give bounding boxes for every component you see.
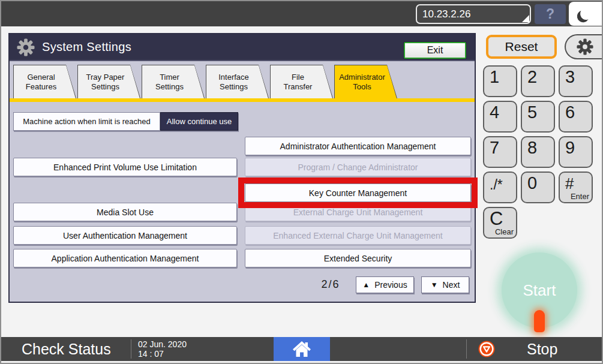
tab-tray-paper-settings[interactable]: Tray PaperSettings — [77, 65, 140, 98]
down-triangle-icon: ▼ — [431, 281, 438, 289]
reset-button[interactable]: Reset — [486, 35, 557, 59]
external-charge-unit-button[interactable]: External Charge Unit Management — [245, 203, 471, 221]
page-title: System Settings — [42, 40, 131, 54]
key-point-star[interactable]: ./* — [483, 172, 517, 203]
tab-administrator-tools[interactable]: AdministratorTools — [334, 65, 397, 98]
ip-address-value: 10.23.2.26 — [422, 8, 470, 20]
media-slot-use-button[interactable]: Media Slot Use — [13, 203, 237, 221]
stop-label: Stop — [527, 337, 557, 361]
administrator-authentication-button[interactable]: Administrator Authentication Management — [245, 137, 471, 155]
stop-icon[interactable] — [478, 341, 495, 357]
page-indicator: 2/6 — [313, 278, 349, 291]
numeric-keypad: 1 2 3 4 5 6 7 8 9 ./* 0 # Enter — [483, 65, 598, 203]
active-tab-strip — [10, 98, 475, 102]
system-settings-panel: System Settings Exit GeneralFeatures Tra… — [8, 33, 476, 303]
enhanced-external-charge-unit-button[interactable]: Enhanced External Charge Unit Management — [245, 226, 471, 245]
previous-button[interactable]: ▲ Previous — [356, 276, 414, 293]
check-status-button[interactable]: Check Status — [22, 337, 111, 361]
key-6[interactable]: 6 — [559, 101, 593, 133]
key-9[interactable]: 9 — [559, 136, 593, 168]
separator — [466, 339, 467, 359]
tab-interface-settings[interactable]: InterfaceSettings — [206, 65, 269, 98]
tools-button[interactable] — [565, 34, 603, 59]
key-0[interactable]: 0 — [521, 172, 555, 203]
extended-security-button[interactable]: Extended Security — [245, 249, 471, 267]
exit-button[interactable]: Exit — [404, 42, 466, 59]
key-4[interactable]: 4 — [483, 101, 517, 133]
start-label: Start — [523, 281, 556, 300]
top-status-bar: 10.23.2.26 ? — [1, 1, 602, 26]
application-authentication-button[interactable]: Application Authentication Management — [13, 249, 237, 267]
gear-icon — [577, 38, 593, 55]
enter-label: Enter — [571, 192, 589, 201]
ip-address-field[interactable]: 10.23.2.26 — [416, 4, 531, 24]
up-triangle-icon: ▲ — [362, 281, 370, 289]
energy-saver-button[interactable] — [569, 2, 603, 26]
separator — [131, 339, 131, 359]
question-mark-icon: ? — [546, 6, 554, 22]
date-time: 02 Jun. 2020 14 : 07 — [138, 339, 187, 359]
key-enter[interactable]: # Enter — [559, 172, 593, 203]
time-label: 14 : 07 — [138, 349, 187, 359]
panel-title-bar: System Settings Exit — [10, 34, 475, 61]
home-icon — [292, 340, 311, 358]
tab-timer-settings[interactable]: TimerSettings — [142, 65, 205, 98]
user-authentication-button[interactable]: User Authentication Management — [13, 226, 237, 245]
key-5[interactable]: 5 — [521, 101, 555, 133]
key-7[interactable]: 7 — [483, 136, 517, 168]
next-button[interactable]: ▼ Next — [421, 276, 469, 293]
key-1[interactable]: 1 — [483, 65, 517, 97]
date-label: 02 Jun. 2020 — [138, 339, 187, 349]
program-change-administrator-button[interactable]: Program / Change Administrator — [245, 158, 471, 176]
crescent-moon-icon — [579, 7, 593, 21]
key-counter-management-button[interactable]: Key Counter Management — [245, 183, 471, 202]
limit-action-label: Machine action when limit is reached — [13, 112, 160, 131]
bottom-status-bar: Check Status 02 Jun. 2020 14 : 07 Stop — [1, 337, 602, 361]
device-screen: 10.23.2.26 ? — [0, 0, 603, 364]
key-2[interactable]: 2 — [521, 65, 555, 97]
gear-icon — [17, 38, 35, 56]
key-3[interactable]: 3 — [559, 65, 593, 97]
start-led-indicator — [534, 310, 545, 332]
help-button[interactable]: ? — [535, 4, 566, 24]
key-clear[interactable]: C Clear — [483, 207, 517, 239]
tab-file-transfer[interactable]: FileTransfer — [270, 65, 333, 98]
home-button[interactable] — [274, 337, 330, 361]
corner-triangle-icon — [522, 15, 529, 22]
clear-label: Clear — [495, 227, 514, 236]
limit-action-value: Allow continue use — [160, 112, 238, 131]
enhanced-print-volume-button[interactable]: Enhanced Print Volume Use Limitation — [13, 158, 237, 176]
tab-bar: GeneralFeatures Tray PaperSettings Timer… — [13, 65, 398, 98]
tab-general-features[interactable]: GeneralFeatures — [13, 65, 76, 98]
key-8[interactable]: 8 — [521, 136, 555, 168]
